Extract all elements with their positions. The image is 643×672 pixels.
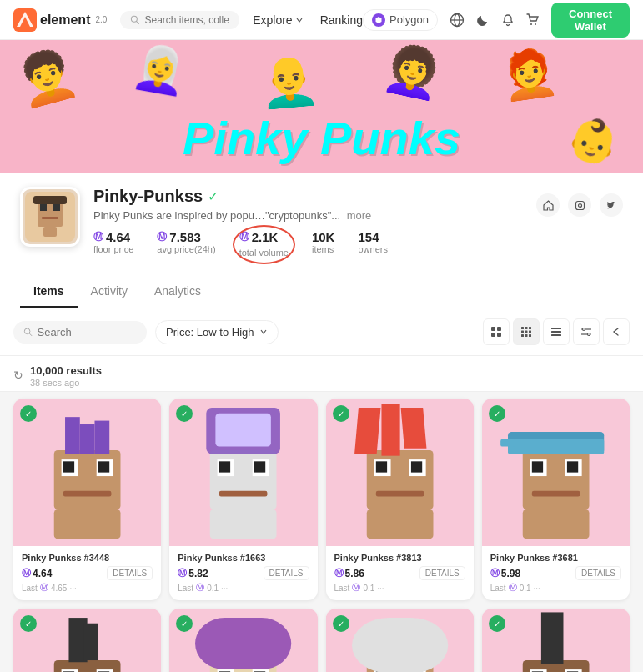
item-details-button[interactable]: DETAILS — [419, 566, 465, 580]
header: element 2.0 Explore Ranking Polygon — [0, 0, 643, 40]
filter-toggle-btn[interactable] — [573, 318, 600, 345]
svg-rect-80 — [532, 461, 543, 472]
svg-rect-16 — [33, 196, 67, 204]
item-verified-badge: ✓ — [489, 615, 505, 632]
grid-medium-view-btn[interactable] — [513, 318, 540, 345]
stat-owners: 154 owners — [358, 230, 387, 259]
item-last-price: Last Ⓜ 4.65 ··· — [22, 582, 153, 594]
back-btn[interactable] — [603, 318, 630, 345]
svg-rect-31 — [529, 331, 531, 333]
polygon-dot — [372, 13, 385, 27]
price-sort-dropdown[interactable]: Price: Low to High — [155, 320, 279, 344]
profile-details: Pinky-Punkss ✓ Pinky Punks are inspired … — [93, 187, 388, 259]
svg-rect-66 — [366, 450, 433, 509]
svg-point-38 — [583, 328, 585, 331]
svg-rect-28 — [529, 327, 531, 329]
svg-rect-75 — [366, 509, 433, 539]
home-icon[interactable] — [536, 193, 560, 217]
item-search[interactable] — [13, 321, 147, 344]
item-image: ✓ — [13, 609, 161, 672]
results-time: 38 secs ago — [30, 378, 102, 388]
item-card[interactable]: ✓ Pinky Punkss #3490 Ⓜ6.8 DETAILS Last Ⓜ… — [326, 609, 474, 672]
item-card[interactable]: ✓ Pinky Punkss #3419 Ⓜ6.1 DETAILS Last Ⓜ… — [13, 609, 161, 672]
banner-char-6: 👶 — [562, 111, 625, 171]
profile-name-row: Pinky-Punkss ✓ — [93, 187, 388, 206]
svg-rect-85 — [500, 439, 515, 447]
tab-items[interactable]: Items — [20, 276, 78, 308]
stat-total-volume: Ⓜ 2.1K total volume — [239, 230, 289, 259]
item-price: Ⓜ5.86 — [334, 567, 364, 579]
more-link[interactable]: more — [347, 209, 372, 222]
item-details-button[interactable]: DETAILS — [107, 566, 153, 580]
view-toggle — [483, 318, 630, 345]
grid-large-view-btn[interactable] — [483, 318, 510, 345]
item-card[interactable]: ✓ Pinky Punkss #3815 Ⓜ6.2 DETAILS Last Ⓜ… — [169, 609, 317, 672]
item-name: Pinky Punkss #1663 — [178, 553, 309, 563]
theme-toggle-icon[interactable] — [476, 12, 490, 28]
svg-rect-63 — [216, 414, 271, 447]
item-more-btn[interactable]: ··· — [377, 584, 384, 593]
tab-analytics[interactable]: Analytics — [141, 276, 214, 308]
item-more-btn[interactable]: ··· — [534, 584, 540, 593]
logo[interactable]: element 2.0 — [13, 8, 107, 32]
item-name: Pinky Punkss #3681 — [490, 553, 621, 563]
svg-rect-77 — [522, 450, 589, 509]
item-card[interactable]: ✓ Pinky Punkss #124 Ⓜ8 DETAILS Last Ⓜ 0.… — [482, 609, 630, 672]
item-details-button[interactable]: DETAILS — [575, 566, 621, 580]
item-card[interactable]: ✓ Pinky Punkss #3813 Ⓜ5.86 DETAILS Last … — [326, 399, 474, 600]
item-more-btn[interactable]: ··· — [221, 584, 228, 593]
svg-rect-69 — [375, 461, 386, 472]
svg-rect-27 — [525, 327, 528, 329]
item-card[interactable]: ✓ Pinky Punkss #3681 Ⓜ5.98 DETAILS Last … — [482, 399, 630, 600]
svg-rect-34 — [529, 334, 531, 337]
search-input[interactable] — [145, 14, 230, 26]
profile-stats: Ⓜ 4.64 floor price Ⓜ 7.583 avg price(24h… — [93, 230, 388, 259]
svg-rect-25 — [497, 333, 501, 337]
instagram-icon[interactable] — [568, 193, 591, 217]
svg-rect-32 — [521, 334, 524, 337]
nav-explore[interactable]: Explore — [253, 13, 303, 27]
twitter-icon[interactable] — [600, 193, 623, 217]
nav-ranking[interactable]: Ranking — [320, 13, 363, 27]
profile-info: Pinky-Punkss ✓ Pinky Punks are inspired … — [20, 187, 388, 269]
svg-rect-95 — [83, 624, 98, 660]
svg-rect-33 — [525, 334, 528, 337]
item-card[interactable]: ✓ Pinky Punkss #3448 Ⓜ4.64 DETAILS Last … — [13, 399, 161, 600]
svg-rect-70 — [410, 461, 421, 472]
banner-title: Pinky Punks — [183, 111, 460, 165]
item-verified-badge: ✓ — [20, 405, 37, 422]
svg-rect-50 — [63, 491, 112, 497]
item-details-button[interactable]: DETAILS — [264, 566, 309, 580]
profile-name: Pinky-Punkss — [93, 187, 203, 206]
item-more-btn[interactable]: ··· — [69, 584, 76, 593]
language-icon[interactable] — [450, 12, 465, 28]
svg-rect-56 — [210, 450, 277, 509]
svg-rect-24 — [491, 333, 495, 337]
svg-rect-81 — [567, 461, 578, 472]
svg-line-21 — [29, 333, 32, 336]
banner-char-2: 👩‍🦳 — [129, 40, 192, 99]
svg-rect-122 — [541, 613, 564, 664]
item-card[interactable]: ✓ Pinky Punkss #1663 Ⓜ5.82 DETAILS Last … — [169, 399, 317, 600]
svg-rect-84 — [508, 439, 604, 454]
polygon-network-btn[interactable]: Polygon — [363, 9, 438, 31]
cart-icon[interactable] — [526, 12, 540, 28]
verified-badge: ✓ — [208, 188, 219, 204]
item-name: Pinky Punkss #3448 — [22, 553, 153, 563]
global-search[interactable] — [120, 11, 239, 29]
search-icon-small — [23, 327, 33, 337]
svg-rect-74 — [400, 408, 426, 449]
banner-char-1: 🧑‍🦱 — [10, 42, 83, 112]
notification-icon[interactable] — [501, 12, 515, 28]
connect-wallet-button[interactable]: Connect Wallet — [551, 3, 630, 38]
profile-section: Pinky-Punkss ✓ Pinky Punks are inspired … — [0, 173, 643, 308]
items-grid: ✓ Pinky Punkss #3448 Ⓜ4.64 DETAILS Last … — [0, 392, 643, 672]
svg-point-19 — [581, 202, 582, 203]
refresh-icon[interactable]: ↻ — [13, 369, 23, 382]
item-search-input[interactable] — [38, 326, 137, 339]
tab-activity[interactable]: Activity — [78, 276, 141, 308]
svg-rect-35 — [551, 328, 561, 329]
grid-list-view-btn[interactable] — [543, 318, 570, 345]
svg-rect-73 — [381, 404, 399, 456]
item-last-price: Last Ⓜ 0.1 ··· — [178, 582, 309, 594]
